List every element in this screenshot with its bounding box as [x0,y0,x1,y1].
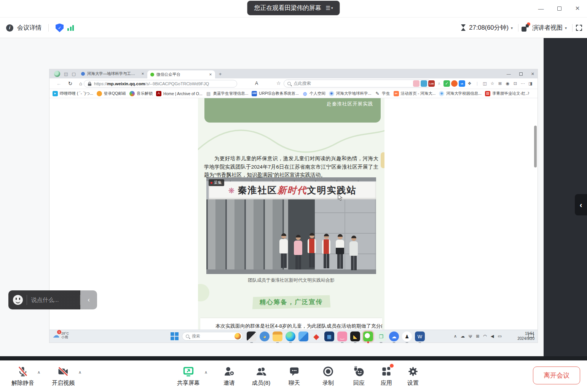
address-bar[interactable]: https://mp.weixin.qq.com/s/--9BiCACPQGoT… [84,80,237,88]
weather-widget[interactable]: ☁1 28°C小雨 [53,331,69,339]
bookmark-qqmail[interactable]: 登录QQ邮箱 [97,91,126,96]
network-signal-icon[interactable] [67,25,74,31]
cloud-drive-icon[interactable]: ☁ [389,331,399,341]
bookmark-aolan[interactable]: ▤奥蓝学生管理信息... [206,91,249,96]
extensions-puzzle[interactable]: ❖ [466,80,473,87]
rewards-icon[interactable]: ◉ [504,80,511,87]
close-button[interactable]: ✕ [571,3,584,14]
tab-close-icon[interactable]: ✕ [209,73,212,76]
info-icon[interactable]: i [6,24,13,32]
extension-pink[interactable] [413,80,420,87]
maximize-button[interactable] [553,3,566,14]
security-shield-icon[interactable]: ✓ [56,24,64,32]
mic-options-chevron[interactable]: ∧ [37,370,40,375]
store-tile-icon[interactable]: ▦ [324,331,334,341]
video-options-chevron[interactable]: ∧ [78,370,81,375]
refresh-icon[interactable]: ↻ [68,81,72,86]
record-button[interactable]: 录制 [312,365,345,387]
task-view-icon[interactable] [247,331,257,341]
home-icon[interactable]: ⌂ [79,81,82,86]
chat-input[interactable]: 说点什么... [27,296,80,304]
tray-mic-icon[interactable]: Ψ [469,334,472,339]
file-explorer-icon[interactable] [273,331,282,341]
collections-icon[interactable]: ⊞ [497,80,503,87]
tray-battery-icon[interactable]: ▭ [498,334,502,339]
tab-weixin-mp[interactable]: 微信公众平台 ✕ [147,70,215,78]
read-aloud-icon[interactable]: A [255,81,258,86]
start-button[interactable] [171,332,179,342]
bookmark-student[interactable]: ✎学生 [375,91,390,96]
favorites-icon[interactable]: ☆ [489,80,496,87]
tray-chevron-icon[interactable]: ∧ [454,334,457,339]
back-icon[interactable]: ← [56,81,61,86]
emoji-icon[interactable] [13,295,23,305]
tab-hohai[interactable]: 河海大学—地球科学与工程学院 ✕ [78,69,147,78]
toolbar-divider[interactable]: | [474,80,480,87]
bookmark-ao3[interactable]: AHome | Archive of O... [156,91,203,96]
share-screen-button[interactable]: ∧ 共享屏幕 [166,365,211,387]
bookmark-thesis-pdf[interactable]: ▤李青朋毕业论文-红... [485,91,529,96]
view-caret-icon[interactable]: ▾ [565,26,567,30]
banner-menu-icon[interactable]: ☰▾ [325,5,333,11]
bookmark-music[interactable]: 音乐解锁 [129,91,153,96]
extension-teal-shield[interactable] [421,80,427,87]
browser-profile-avatar[interactable] [54,71,60,77]
bookmark-bilibili[interactable]: ▸哔哩哔哩 ( ´- ´)つ... [53,91,93,96]
browser-restore-button[interactable] [519,72,523,76]
quick-search-box[interactable]: 点此搜索 [284,80,431,88]
members-button[interactable]: 成员(8) [245,365,278,387]
notification-center-icon[interactable] [528,333,534,338]
tray-wifi-icon[interactable]: ◠ [483,334,487,339]
edge-icon[interactable] [286,331,295,341]
bookmarks-overflow-icon[interactable]: › [528,89,533,96]
meeting-details-label[interactable]: 会议详情 [17,24,41,32]
leave-meeting-button[interactable]: 离开会议 [533,367,580,384]
browser-close-button[interactable]: ✕ [531,72,534,76]
settings-button[interactable]: 设置 [397,365,429,387]
invite-button[interactable]: 邀请 [213,365,246,387]
browser-minimize-button[interactable]: — [507,72,511,76]
blue-app-icon[interactable] [298,331,308,341]
split-screen-icon[interactable]: ◫ [482,80,488,87]
extension-green-shield[interactable]: ✓ [443,80,450,87]
page-scrollbar[interactable] [534,126,537,167]
extension-orange[interactable] [451,80,458,87]
more-icon[interactable]: ⋯ [520,80,526,87]
favorite-star-icon[interactable]: ☆ [276,80,281,86]
chat-collapse-icon[interactable]: ‹ [80,296,97,304]
taskbar-search-box[interactable]: 搜索 [182,332,243,341]
bookmark-pu[interactable]: pu活动首页 - 河海大... [394,91,436,96]
tools-icon[interactable]: ⊡ [512,80,518,87]
bookmark-urp[interactable]: URPURP综合教务系统首... [252,91,298,96]
view-mode-label[interactable]: 演讲者视图 [532,24,563,32]
black-yellow-icon[interactable]: ◣ [350,331,360,341]
timer-caret-icon[interactable]: ▾ [511,26,513,30]
tab-close-icon[interactable]: ✕ [141,72,144,76]
unmute-button[interactable]: ∧ 解除静音 [5,365,41,387]
extension-price-flag[interactable]: 1.00 [428,80,435,87]
screen-share-app-icon[interactable]: ❐ [376,331,386,341]
extension-caret[interactable]: ∧ [436,80,442,87]
new-tab-button[interactable]: + [219,71,222,77]
tray-volume-icon[interactable]: ◀ [491,334,494,339]
sidebar-icon[interactable]: ◨ [527,80,534,87]
tab-preview-icon[interactable]: ▢ [72,72,75,76]
tray-onedrive-icon[interactable]: ☁ [461,334,465,339]
qq-icon[interactable]: ♟ [402,331,412,341]
view-layout-icon[interactable] [522,24,529,32]
chat-button[interactable]: 聊天 [278,365,311,387]
bilibili-icon[interactable]: ‿ [337,331,347,341]
workspaces-icon[interactable]: ◫ [64,72,68,76]
bookmark-hhu-earth[interactable]: ◉河海大学地球科学... [329,91,372,96]
wechat-icon[interactable] [363,331,373,341]
bookmark-hhu-campus[interactable]: ◉河海大学校园信息... [439,91,482,96]
wangwang-icon[interactable]: ◕ [260,331,270,341]
panel-expand-handle[interactable]: ‹ [575,194,587,215]
red-diamond-icon[interactable]: ◆ [311,331,321,341]
fullscreen-icon[interactable] [576,24,582,31]
minimize-button[interactable]: — [534,3,547,14]
start-video-button[interactable]: ∧ 开启视频 [45,365,81,387]
tray-ime-icon[interactable]: ⊞ [476,334,479,339]
word-icon[interactable]: W [415,331,425,341]
bookmark-space[interactable]: ◍个人空间 [302,91,325,96]
